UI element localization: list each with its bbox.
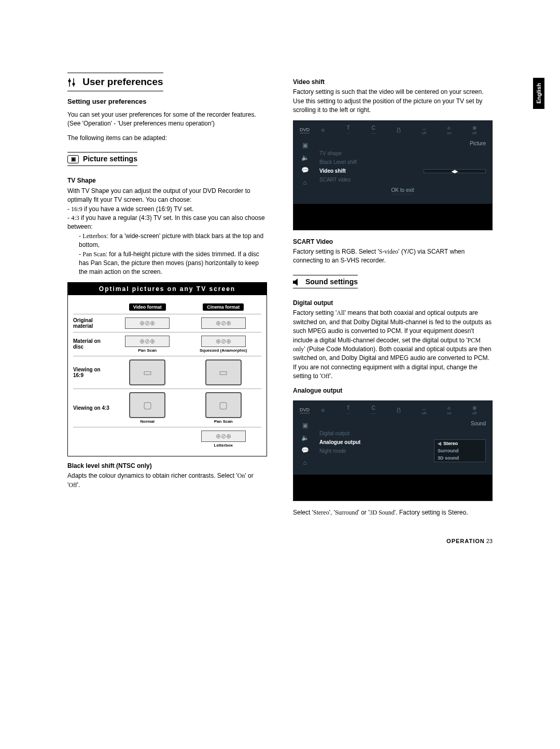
angle-icon: ⎌on [438,405,461,415]
video-shift-text: Factory setting is such that the video w… [293,88,493,115]
sliders-icon: ⎋ [312,407,335,413]
two-column-layout: User preferences Setting user preference… [67,73,493,517]
c-icon: C--- [362,125,385,135]
svg-point-2 [68,79,71,82]
tv-format-diagram: Optimal pictures on any TV screen Video … [67,282,267,456]
picture-tab-icon: ▣ [302,142,308,149]
page-footer: OPERATION 23 [67,538,493,544]
tvshape-sub-letterbox: - Letterbox: for a 'wide-screen' picture… [79,232,267,250]
angle-icon: ⎌on [438,125,461,135]
sound-settings-heading: Sound settings [293,275,358,288]
video-shift-slider: ◀▶ [424,169,486,173]
digital-output-text: Factory setting 'All' means that both co… [293,309,493,381]
osd-item: Black Level shift [317,158,488,167]
tvshape-sub-panscan: - Pan Scan: for a full-height picture wi… [79,250,267,277]
black-level-heading: Black level shift (NTSC only) [67,462,267,470]
tv-icon: ▢ [205,392,242,418]
osd-item: Digital output [317,429,488,438]
analogue-output-heading: Analogue output [293,386,493,395]
osd-category-label: Picture [470,141,486,146]
thumb-icon: ⊕⊘⊕ [125,336,170,347]
t-icon: T-- [337,125,360,135]
thumb-icon: ⊕⊘⊕ [201,317,246,329]
tvshape-option-169: - 16:9 if you have a wide screen (16:9) … [67,205,267,214]
zoom-icon: ⊕off [463,405,486,415]
zoom-icon: ⊕off [463,125,486,135]
thumb-icon: ⊕⊘⊕ [125,317,170,329]
intro-text-2: The following items can be adapted: [67,134,267,143]
subtitle-icon: ⎵off [412,125,436,135]
tv-icon: ▭ [205,359,242,385]
tvshape-heading: TV Shape [67,176,267,185]
video-shift-heading: Video shift [293,78,493,87]
left-column: User preferences Setting user preference… [67,73,267,517]
row-43: Viewing on 4:3 [73,405,109,411]
row-169: Viewing on 16:9 [73,367,109,378]
features-tab-icon: ⌂ [303,179,306,186]
picture-icon: ▣ [67,155,79,163]
dvd-icon: DVD [300,407,310,413]
audio-icon: ⟅⟆ [387,127,411,133]
digital-output-heading: Digital output [293,299,493,308]
language-tab: English [533,78,544,109]
picture-tab-icon: ▣ [302,422,308,429]
osd-item: SCART video [317,175,488,184]
speaker-icon [293,279,301,286]
diagram-col-video: Video format [129,303,166,311]
thumb-icon: ⊕⊘⊕ [201,431,246,442]
dropdown-option: 3D sound [435,454,485,462]
black-level-text: Adapts the colour dynamics to obtain ric… [67,471,267,490]
tv-icon: ▭ [129,359,165,385]
osd-category-label: Sound [471,421,486,426]
thumb-icon: ⊕⊘⊕ [201,336,246,347]
diagram-title: Optimal pictures on any TV screen [68,283,267,295]
lang-tab-icon: 💬 [301,167,309,174]
c-icon: C--- [362,405,385,415]
tv-icon: ▢ [129,392,165,418]
sound-tab-icon: 🔈 [301,434,309,441]
svg-marker-4 [293,279,298,286]
row-on-disc: Material on disc [73,338,109,350]
osd-sound-screenshot: DVD ⎋ T-- C--- ⟅⟆ ⎵off ⎌on ⊕off ▣ 🔈 💬 [293,400,493,501]
scart-text: Factory setting is RGB. Select 'S-video'… [293,247,493,266]
sliders-icon [67,78,77,87]
scart-heading: SCART Video [293,238,493,246]
osd-item: TV shape [317,149,488,158]
picture-settings-heading: ▣ Picture settings [67,152,137,166]
subtitle-setting-prefs: Setting user preferences [67,98,267,105]
subtitle-icon: ⎵off [412,405,436,415]
lang-tab-icon: 💬 [301,447,309,454]
row-original: Original material [73,317,109,329]
manual-page: English User preferences Setting user pr… [0,0,560,565]
intro-text-1: You can set your user preferences for so… [67,110,267,129]
dvd-icon: DVD [300,127,310,133]
osd-picture-screenshot: DVD ⎋ T-- C--- ⟅⟆ ⎵off ⎌on ⊕off ▣ 🔈 💬 [293,120,493,230]
tvshape-option-43: - 4:3 if you have a regular (4:3) TV set… [67,214,267,232]
osd-item-selected: Video shift ◀▶ [317,167,488,175]
svg-point-3 [73,82,75,85]
osd-ok-hint: OK to exit [391,187,414,195]
analogue-output-text: Select 'Stereo', 'Surround' or '3D Sound… [293,508,493,517]
audio-icon: ⟅⟆ [387,407,411,413]
t-icon: T-- [337,405,360,415]
page-title: User preferences [67,73,163,91]
sliders-icon: ⎋ [312,127,335,133]
osd-item-selected: Analogue output ◀Stereo Surround 3D soun… [317,438,488,447]
diagram-col-cinema: Cinema format [203,303,244,311]
tvshape-text: With TV Shape you can adjust the output … [67,187,267,205]
right-column: Video shift Factory setting is such that… [293,73,493,517]
features-tab-icon: ⌂ [303,459,306,466]
analogue-dropdown: ◀Stereo Surround 3D sound [434,439,486,462]
dropdown-option: ◀Stereo [435,440,485,447]
sound-tab-icon: 🔈 [301,154,309,161]
dropdown-option: Surround [435,447,485,454]
